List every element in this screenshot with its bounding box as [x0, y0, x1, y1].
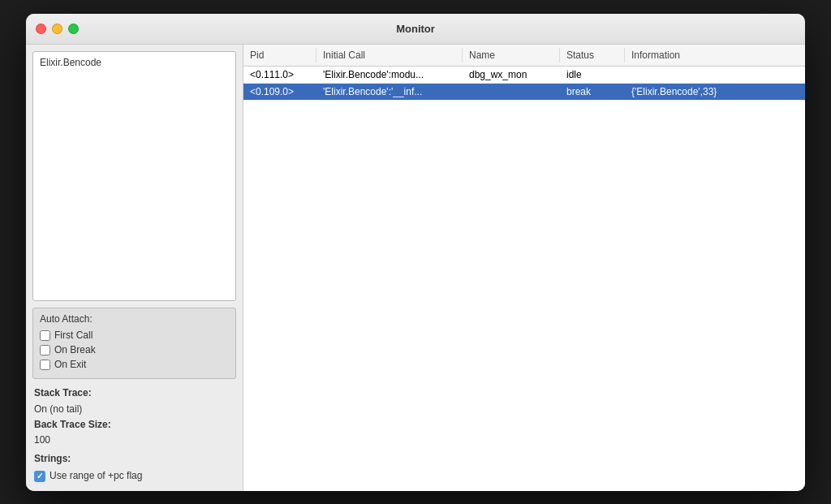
on-exit-row: On Exit [40, 359, 229, 370]
first-call-label: First Call [54, 330, 93, 341]
table-header: Pid Initial Call Name Status Information [243, 45, 805, 67]
auto-attach-section: Auto Attach: First Call On Break On Exit [32, 308, 236, 379]
main-window: Monitor Elixir.Bencode Auto Attach: Firs… [26, 14, 805, 491]
minimize-button[interactable] [52, 24, 62, 34]
back-trace-label: Back Trace Size: [34, 417, 235, 433]
col-information: Information [625, 48, 805, 62]
on-exit-checkbox[interactable] [40, 360, 50, 370]
cell-information: {'Elixir.Bencode',33} [625, 84, 805, 100]
first-call-row: First Call [40, 330, 229, 341]
col-pid: Pid [243, 48, 316, 62]
table-row[interactable]: <0.111.0> 'Elixir.Bencode':modu... dbg_w… [243, 67, 805, 84]
list-item[interactable]: Elixir.Bencode [33, 55, 235, 70]
titlebar: Monitor [26, 14, 805, 45]
strings-section: Strings: [34, 451, 235, 467]
back-trace-value: 100 [34, 433, 235, 448]
on-break-label: On Break [54, 344, 96, 355]
cell-pid: <0.109.0> [243, 84, 316, 100]
use-range-checkbox[interactable] [34, 471, 45, 482]
col-name: Name [463, 48, 560, 62]
content-area: Elixir.Bencode Auto Attach: First Call O… [26, 45, 805, 491]
close-button[interactable] [36, 24, 46, 34]
maximize-button[interactable] [68, 24, 79, 34]
cell-pid: <0.111.0> [243, 67, 316, 83]
traffic-lights [36, 24, 79, 34]
cell-name: dbg_wx_mon [463, 67, 560, 83]
stack-trace-value: On (no tail) [34, 402, 235, 417]
cell-name [463, 84, 560, 100]
cell-status: break [560, 84, 625, 100]
module-list[interactable]: Elixir.Bencode [32, 51, 236, 302]
stack-trace-label: Stack Trace: [34, 386, 235, 401]
on-exit-label: On Exit [54, 359, 86, 370]
cell-initial-call: 'Elixir.Bencode':modu... [316, 67, 463, 83]
main-area: Pid Initial Call Name Status Information… [243, 45, 805, 491]
use-range-label: Use range of +pc flag [50, 468, 142, 484]
auto-attach-label: Auto Attach: [40, 313, 229, 325]
use-range-row: Use range of +pc flag [34, 468, 235, 484]
cell-status: idle [560, 67, 625, 83]
table-row[interactable]: <0.109.0> 'Elixir.Bencode':'__inf... bre… [243, 84, 805, 101]
col-status: Status [560, 48, 625, 62]
cell-initial-call: 'Elixir.Bencode':'__inf... [316, 84, 463, 100]
bottom-section: Stack Trace: On (no tail) Back Trace Siz… [32, 386, 236, 484]
sidebar: Elixir.Bencode Auto Attach: First Call O… [26, 45, 243, 491]
table-body[interactable]: <0.111.0> 'Elixir.Bencode':modu... dbg_w… [243, 67, 805, 491]
window-title: Monitor [396, 23, 435, 35]
first-call-checkbox[interactable] [40, 330, 50, 341]
on-break-row: On Break [40, 344, 229, 355]
on-break-checkbox[interactable] [40, 345, 50, 355]
col-initial-call: Initial Call [316, 48, 463, 62]
cell-information [625, 67, 805, 83]
